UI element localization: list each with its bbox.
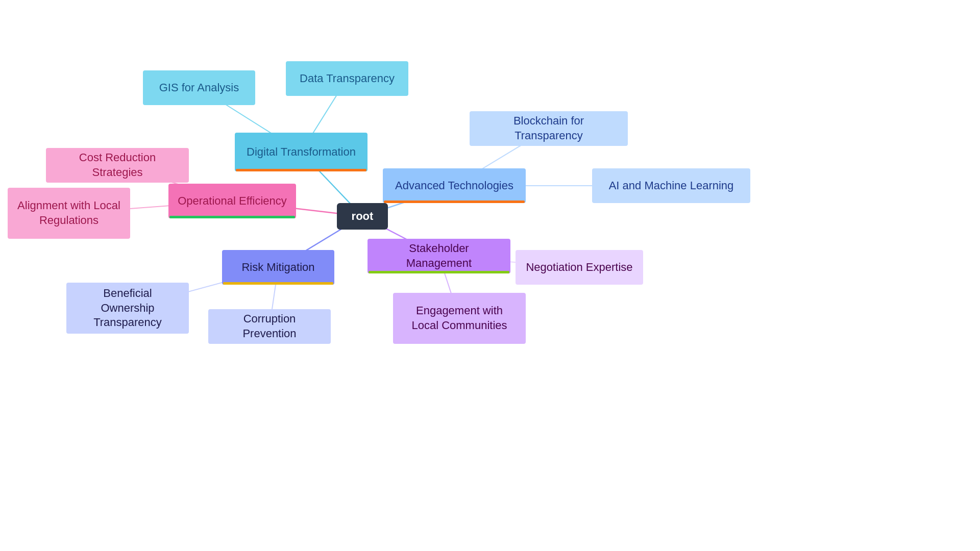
engagement-node[interactable]: Engagement with Local Communities: [393, 293, 526, 344]
risk-underbar: [223, 282, 333, 285]
digital-transformation-node[interactable]: Digital Transformation: [235, 133, 368, 171]
data-transparency-node[interactable]: Data Transparency: [286, 61, 408, 96]
blockchain-node[interactable]: Blockchain for Transparency: [470, 111, 628, 146]
cost-reduction-node[interactable]: Cost Reduction Strategies: [46, 148, 189, 183]
advanced-label: Advanced Technologies: [395, 179, 513, 193]
alignment-label: Alignment with Local Regulations: [17, 198, 121, 228]
engagement-label: Engagement with Local Communities: [402, 304, 517, 333]
stakeholder-label: Stakeholder Management: [377, 241, 501, 270]
corruption-label: Corruption Prevention: [217, 312, 322, 341]
ai-label: AI and Machine Learning: [609, 179, 734, 193]
alignment-node[interactable]: Alignment with Local Regulations: [8, 188, 130, 239]
blockchain-label: Blockchain for Transparency: [479, 114, 619, 143]
digital-label: Digital Transformation: [247, 145, 356, 160]
gis-node[interactable]: GIS for Analysis: [143, 70, 255, 105]
corruption-prevention-node[interactable]: Corruption Prevention: [208, 309, 331, 344]
cost-label: Cost Reduction Strategies: [55, 151, 180, 180]
operational-underbar: [169, 216, 295, 218]
operational-efficiency-node[interactable]: Operational Efficiency: [168, 184, 296, 218]
gis-label: GIS for Analysis: [159, 81, 239, 95]
risk-mitigation-node[interactable]: Risk Mitigation: [222, 250, 334, 285]
root-node[interactable]: root: [337, 203, 388, 230]
beneficial-label: Beneficial Ownership Transparency: [76, 286, 180, 330]
data-transparency-label: Data Transparency: [300, 71, 395, 86]
negotiation-node[interactable]: Negotiation Expertise: [516, 250, 643, 285]
stakeholder-underbar: [369, 271, 509, 273]
root-label: root: [352, 209, 374, 224]
ai-ml-node[interactable]: AI and Machine Learning: [592, 168, 750, 203]
advanced-underbar: [384, 201, 525, 203]
operational-label: Operational Efficiency: [178, 194, 287, 209]
negotiation-label: Negotiation Expertise: [526, 260, 632, 275]
stakeholder-management-node[interactable]: Stakeholder Management: [368, 239, 510, 273]
beneficial-ownership-node[interactable]: Beneficial Ownership Transparency: [66, 283, 189, 334]
risk-label: Risk Mitigation: [241, 260, 314, 275]
advanced-technologies-node[interactable]: Advanced Technologies: [383, 168, 526, 203]
digital-underbar: [236, 169, 366, 171]
